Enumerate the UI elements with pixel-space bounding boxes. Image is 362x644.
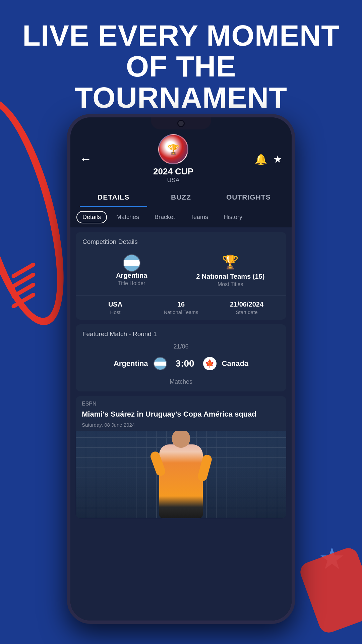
home-team-name: Argentina <box>114 359 148 368</box>
most-titles-item: 🏆 2 National Teams (15) Most Titles <box>181 250 280 292</box>
host-label: Host <box>110 309 121 315</box>
national-teams-label: National Teams <box>164 309 198 315</box>
news-image <box>76 431 286 518</box>
news-date: Saturday, 08 June 2024 <box>76 421 286 431</box>
host-value: USA <box>108 301 122 308</box>
start-date-label: Start date <box>236 309 257 315</box>
phone-mockup: ← 🏆 2024 CUP USA 🔔 ★ DETAILS <box>67 114 295 624</box>
content-area: Competition Details Argentina Title Hold… <box>70 227 292 621</box>
main-tabs: DETAILS BUZZ OUTRIGHTS <box>70 189 292 207</box>
phone-notch <box>151 117 211 129</box>
player-arm-left <box>149 450 167 477</box>
header-icons: 🔔 ★ <box>255 153 282 165</box>
start-date-item: 21/06/2024 Start date <box>214 301 280 315</box>
competition-details-title: Competition Details <box>76 232 286 250</box>
notification-icon[interactable]: 🔔 <box>255 153 267 165</box>
home-team-flag <box>154 357 167 370</box>
blue-star-decoration: ★ <box>318 543 352 577</box>
national-teams-value: 16 <box>177 301 185 308</box>
red-dashes-decoration <box>10 268 37 309</box>
player-head <box>172 431 190 448</box>
match-score: 3:00 <box>172 358 198 369</box>
player-arm-right <box>197 453 213 482</box>
away-team-name: Canada <box>222 359 248 368</box>
national-teams-item: 16 National Teams <box>148 301 214 315</box>
header-center: 🏆 2024 CUP USA <box>153 134 193 184</box>
subtab-matches[interactable]: Matches <box>110 211 145 223</box>
away-team-flag: 🍁 <box>203 357 217 370</box>
match-row: Argentina 3:00 🍁 Canada <box>76 352 286 375</box>
start-date-value: 21/06/2024 <box>230 301 263 308</box>
tab-details[interactable]: DETAILS <box>80 189 147 207</box>
tournament-country: USA <box>167 177 179 184</box>
news-card[interactable]: ESPN Miami's Suárez in Uruguay's Copa Am… <box>76 396 286 518</box>
gold-trophy-icon: 🏆 <box>222 254 239 270</box>
player-body <box>159 444 203 518</box>
title-holder-label: Title Holder <box>118 280 145 286</box>
details-row: USA Host 16 National Teams 21/06/2024 St… <box>76 296 286 320</box>
most-titles-value: 2 National Teams (15) <box>196 273 264 280</box>
host-item: USA Host <box>82 301 148 315</box>
app-screen: ← 🏆 2024 CUP USA 🔔 ★ DETAILS <box>70 117 292 621</box>
back-button[interactable]: ← <box>80 152 92 166</box>
title-holder-name: Argentina <box>116 272 147 279</box>
featured-match-card: Featured Match - Round 1 21/06 Argentina… <box>76 324 286 391</box>
tab-buzz[interactable]: BUZZ <box>147 189 215 207</box>
phone-shell: ← 🏆 2024 CUP USA 🔔 ★ DETAILS <box>67 114 295 624</box>
phone-camera <box>177 120 185 127</box>
red-stripe-decoration <box>298 545 362 635</box>
favorite-icon[interactable]: ★ <box>273 153 282 165</box>
trophy-icon: 🏆 <box>168 144 179 155</box>
tab-outrights[interactable]: OUTRIGHTS <box>215 189 282 207</box>
matches-link[interactable]: Matches <box>76 375 286 391</box>
subtab-history[interactable]: History <box>218 211 248 223</box>
featured-match-title: Featured Match - Round 1 <box>76 324 286 340</box>
tournament-name: 2024 CUP <box>153 166 193 177</box>
news-title: Miami's Suárez in Uruguay's Copa América… <box>76 408 286 421</box>
subtab-bracket[interactable]: Bracket <box>148 211 181 223</box>
sub-tabs: Details Matches Bracket Teams History <box>70 207 292 227</box>
details-grid: Argentina Title Holder 🏆 2 National Team… <box>76 250 286 296</box>
featured-match-date: 21/06 <box>76 340 286 352</box>
tournament-logo-inner: 🏆 <box>159 135 187 163</box>
competition-details-card: Competition Details Argentina Title Hold… <box>76 232 286 320</box>
title-holder-item: Argentina Title Holder <box>82 250 181 292</box>
subtab-teams[interactable]: Teams <box>184 211 214 223</box>
tournament-logo: 🏆 <box>158 134 188 164</box>
news-source: ESPN <box>76 396 286 408</box>
most-titles-label: Most Titles <box>218 281 243 287</box>
subtab-details[interactable]: Details <box>76 211 107 223</box>
hero-text: LIVE EVERY MOMENT OF THE TOURNAMENT <box>0 20 362 113</box>
argentina-flag <box>123 254 140 272</box>
player-figure <box>147 431 215 518</box>
